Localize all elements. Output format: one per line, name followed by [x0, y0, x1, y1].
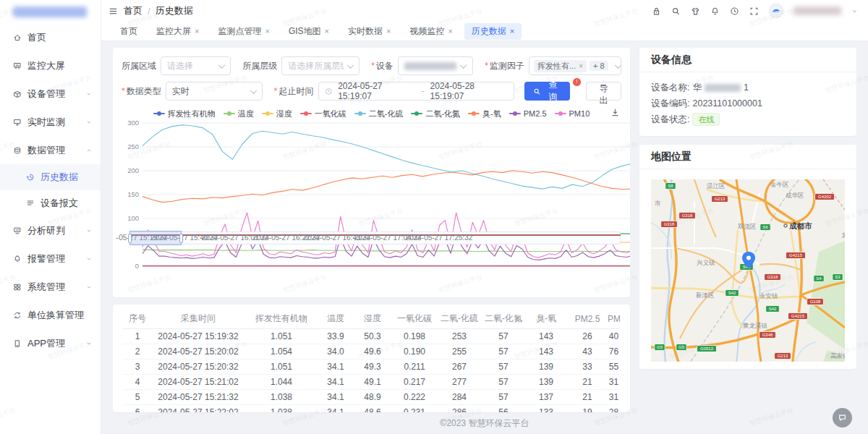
- map[interactable]: S8G213G4202G318G318S6S42G4215G318S4S3S42…: [651, 179, 845, 362]
- table-row-5: 62024-05-27 15:22:021.03834.148.60.23128…: [123, 405, 620, 412]
- time-separator: -: [422, 86, 425, 96]
- sidebar-item-11[interactable]: APP管理: [0, 329, 101, 357]
- breadcrumb-home[interactable]: 首页: [124, 4, 142, 17]
- device-info-title: 设备信息: [639, 48, 856, 72]
- time-start[interactable]: 2024-05-27 15:19:07: [338, 81, 415, 101]
- hamburger-menu-icon[interactable]: [109, 7, 118, 16]
- legend-item-0[interactable]: 挥发性有机物: [153, 109, 216, 119]
- table-cell: 0.217: [392, 377, 437, 387]
- datatype-select[interactable]: 实时: [166, 82, 263, 101]
- chevron-down-icon: [86, 256, 92, 262]
- tab-5[interactable]: 视频监控×: [402, 23, 459, 40]
- legend-marker: [354, 111, 366, 116]
- table-cell: 49.1: [353, 377, 392, 387]
- tag-close-icon[interactable]: ×: [579, 62, 583, 70]
- legend-item-8[interactable]: PM10: [555, 109, 590, 118]
- legend-item-6[interactable]: 臭-氧: [468, 109, 501, 119]
- tab-0[interactable]: 首页: [113, 23, 145, 40]
- sidebar-item-5[interactable]: 历史数据: [0, 164, 101, 190]
- sidebar-item-label: 实时监测: [27, 116, 86, 129]
- legend-item-2[interactable]: 湿度: [262, 109, 292, 119]
- history-chart[interactable]: 050100150200250300: [122, 120, 621, 276]
- datazoom-track[interactable]: [129, 231, 621, 244]
- theme-icon[interactable]: [691, 7, 700, 16]
- svg-text:G4215: G4215: [791, 314, 805, 318]
- unit-icon: [13, 311, 22, 320]
- table-cell: 34.1: [318, 377, 353, 387]
- sidebar-item-3[interactable]: 实时监测: [0, 108, 101, 136]
- sidebar-item-10[interactable]: 单位换算管理: [0, 301, 101, 329]
- table-cell: 2024-05-27 15:20:02: [152, 346, 244, 357]
- tab-close-icon[interactable]: ×: [386, 27, 391, 35]
- tab-close-icon[interactable]: ×: [265, 27, 269, 35]
- tab-2[interactable]: 监测点管理×: [210, 23, 276, 40]
- table-header-7: 二氧-化氮: [482, 312, 525, 325]
- chevron-down-icon: [614, 61, 621, 69]
- legend-item-1[interactable]: 温度: [224, 109, 254, 119]
- map-road-badge: G108: [807, 299, 824, 305]
- level-select[interactable]: 请选择所属层级: [281, 56, 359, 75]
- legend-item-3[interactable]: 一氧化碳: [300, 109, 346, 119]
- datazoom-handle-right[interactable]: [179, 234, 183, 243]
- sidebar-item-7[interactable]: 分析研判: [0, 216, 101, 244]
- table-cell: 0.222: [392, 392, 437, 402]
- device-select[interactable]: [398, 56, 474, 75]
- legend-marker: [262, 111, 273, 116]
- chevron-down-icon[interactable]: [851, 7, 858, 16]
- chevron-down-icon: [86, 91, 92, 97]
- tab-close-icon[interactable]: ×: [510, 27, 514, 35]
- table-cell: 34.1: [318, 362, 353, 372]
- sidebar-item-9[interactable]: 系统管理: [0, 273, 101, 301]
- chevron-down-icon: [86, 284, 92, 290]
- map-road-badge: G4202: [815, 194, 835, 200]
- legend-item-5[interactable]: 二氧-化氮: [411, 109, 460, 119]
- tab-4[interactable]: 实时数据×: [341, 23, 398, 40]
- sidebar-item-8[interactable]: 报警管理: [0, 244, 101, 273]
- sidebar-item-2[interactable]: 设备管理: [0, 80, 101, 108]
- table-cell: 57: [482, 392, 525, 402]
- sidebar-item-6[interactable]: 设备报文: [0, 190, 101, 216]
- sidebar-menu: 首页监控大屏设备管理实时监测数据管理历史数据设备报文分析研判报警管理系统管理单位…: [0, 23, 101, 357]
- time-end[interactable]: 2024-05-28 15:19:07: [430, 81, 508, 101]
- area-select[interactable]: 请选择: [161, 56, 231, 75]
- time-icon[interactable]: [730, 7, 739, 16]
- lock-icon[interactable]: [652, 7, 661, 16]
- table-cell: 31: [608, 392, 620, 402]
- legend-item-4[interactable]: 二氧-化硫: [354, 109, 404, 119]
- tab-6[interactable]: 历史数据×: [464, 23, 522, 40]
- chevron-down-icon: [86, 341, 92, 346]
- filter-row-2: *数据类型 实时 *起止时间 2024-05-27 15:19:07 - 202…: [122, 82, 621, 101]
- table-cell: 56: [482, 407, 525, 412]
- factor-select[interactable]: 挥发性有...× + 8: [529, 56, 621, 75]
- map-road-badge: G0512: [697, 346, 717, 352]
- tab-3[interactable]: GIS地图×: [281, 23, 336, 40]
- legend-item-7[interactable]: PM2.5: [509, 109, 547, 118]
- download-icon[interactable]: [610, 108, 620, 117]
- tab-close-icon[interactable]: ×: [325, 27, 329, 35]
- factor-tag[interactable]: 挥发性有...×: [534, 60, 587, 72]
- table-cell: 1.051: [244, 331, 318, 341]
- sidebar-item-1[interactable]: 监控大屏: [0, 51, 101, 80]
- chat-fab[interactable]: [833, 408, 852, 427]
- user-avatar[interactable]: [769, 4, 783, 18]
- table-cell: 21: [567, 392, 608, 402]
- tab-close-icon[interactable]: ×: [448, 27, 452, 35]
- sidebar-item-0[interactable]: 首页: [0, 23, 101, 51]
- table-cell: 57: [482, 331, 525, 341]
- bell-icon[interactable]: [710, 7, 720, 16]
- table-row-1: 22024-05-27 15:20:021.05434.049.60.19025…: [123, 344, 620, 359]
- table-cell: 49.6: [353, 346, 392, 357]
- sidebar-item-4[interactable]: 数据管理: [0, 136, 101, 164]
- fullscreen-icon[interactable]: [749, 7, 759, 16]
- datazoom-handle-left[interactable]: [128, 234, 132, 243]
- query-button[interactable]: 查询 !: [524, 82, 570, 101]
- timerange-picker[interactable]: 2024-05-27 15:19:07 - 2024-05-28 15:19:0…: [318, 82, 515, 101]
- device-status-line: 设备状态: 在线: [651, 111, 845, 127]
- export-button[interactable]: 导出: [586, 82, 621, 101]
- factor-more-tag[interactable]: + 8: [590, 61, 608, 71]
- search-icon[interactable]: [671, 7, 681, 16]
- username[interactable]: [793, 7, 841, 15]
- tab-close-icon[interactable]: ×: [195, 27, 199, 35]
- datazoom-window[interactable]: [129, 231, 182, 245]
- tab-1[interactable]: 监控大屏×: [149, 23, 206, 40]
